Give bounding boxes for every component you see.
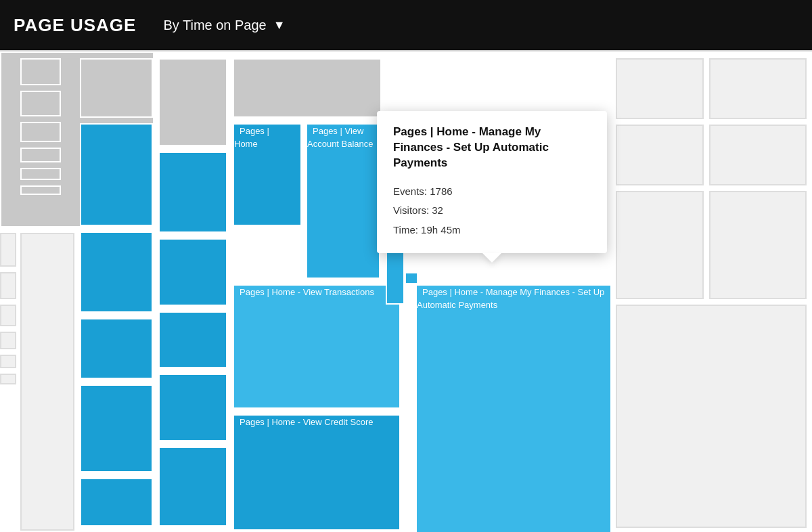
tile-gray-sm-2[interactable]	[20, 91, 61, 116]
tile-left-edge-3[interactable]	[0, 305, 16, 326]
tile-white-right-7[interactable]	[616, 305, 807, 528]
tooltip-title: Pages | Home - Manage My Finances - Set …	[393, 125, 591, 171]
tile-blue-col3-4[interactable]	[158, 374, 227, 441]
tile-white-right-3[interactable]	[616, 125, 704, 185]
tile-blue-col2-b1[interactable]	[80, 231, 153, 313]
tile-gray-top-strip[interactable]	[233, 58, 382, 118]
tile-label-pages-home: Pages | Home	[234, 120, 269, 154]
tooltip: Pages | Home - Manage My Finances - Set …	[377, 111, 607, 253]
tile-label-view-transactions: Pages | Home - View Transactions	[234, 282, 380, 303]
tile-view-account-balance[interactable]: Pages | View Account Balance	[306, 123, 380, 279]
tile-label-view-account-balance: Pages | View Account Balance	[307, 120, 379, 154]
tile-pages-home[interactable]: Pages | Home	[233, 123, 302, 226]
dropdown-label: By Time on Page	[163, 18, 266, 33]
tile-gray-col3[interactable]	[158, 58, 227, 146]
treemap: Pages | Home Pages | View Account Balanc…	[0, 51, 812, 532]
tile-blue-col2-b3[interactable]	[80, 384, 153, 472]
dropdown[interactable]: By Time on Page ▼	[163, 18, 285, 33]
chevron-down-icon: ▼	[273, 18, 286, 32]
tile-blue-col3-1[interactable]	[158, 152, 227, 233]
tooltip-time: Time: 19h 45m	[393, 221, 591, 240]
tile-left-edge-5[interactable]	[0, 355, 16, 368]
tile-view-credit-score[interactable]: Pages | Home - View Credit Score	[233, 414, 401, 531]
tile-gray-sm-4[interactable]	[20, 148, 61, 162]
page-title: PAGE USAGE	[14, 15, 136, 36]
tile-blue-strip-2[interactable]	[405, 272, 418, 284]
tile-manage-finances[interactable]: Pages | Home - Manage My Finances - Set …	[415, 284, 612, 532]
tooltip-stats: Events: 1786 Visitors: 32 Time: 19h 45m	[393, 182, 591, 240]
tile-blue-col3-5[interactable]	[158, 447, 227, 527]
tile-white-right-4[interactable]	[709, 125, 807, 185]
header: PAGE USAGE By Time on Page ▼	[0, 0, 812, 50]
tile-left-edge-2[interactable]	[0, 272, 16, 299]
tile-label-view-credit-score: Pages | Home - View Credit Score	[234, 412, 379, 433]
tooltip-events: Events: 1786	[393, 182, 591, 202]
tile-blue-col3-2[interactable]	[158, 238, 227, 306]
tile-white-right-1[interactable]	[616, 58, 704, 119]
tooltip-visitors: Visitors: 32	[393, 201, 591, 221]
tile-white-right-5[interactable]	[616, 191, 704, 299]
tile-white-bottom-left[interactable]	[20, 233, 74, 531]
tile-left-edge-1[interactable]	[0, 233, 16, 267]
tile-blue-col3-3[interactable]	[158, 311, 227, 368]
tile-view-transactions[interactable]: Pages | Home - View Transactions	[233, 284, 401, 409]
tile-label-manage-finances: Pages | Home - Manage My Finances - Set …	[417, 282, 604, 315]
tile-gray-sm-6[interactable]	[20, 185, 61, 195]
tile-blue-col2-b2[interactable]	[80, 318, 153, 379]
tile-white-right-6[interactable]	[709, 191, 807, 299]
tooltip-pointer	[482, 253, 501, 263]
tile-blue-col2-b4[interactable]	[80, 478, 153, 527]
tile-gray-sm-1[interactable]	[20, 58, 61, 85]
tile-white-right-2[interactable]	[709, 58, 807, 119]
tile-gray-col2[interactable]	[80, 58, 153, 118]
tile-gray-sm-3[interactable]	[20, 122, 61, 142]
tile-gray-sm-5[interactable]	[20, 168, 61, 180]
tile-left-edge-6[interactable]	[0, 374, 16, 384]
tile-blue-tall-col2[interactable]	[80, 123, 153, 226]
tile-left-edge-4[interactable]	[0, 332, 16, 349]
